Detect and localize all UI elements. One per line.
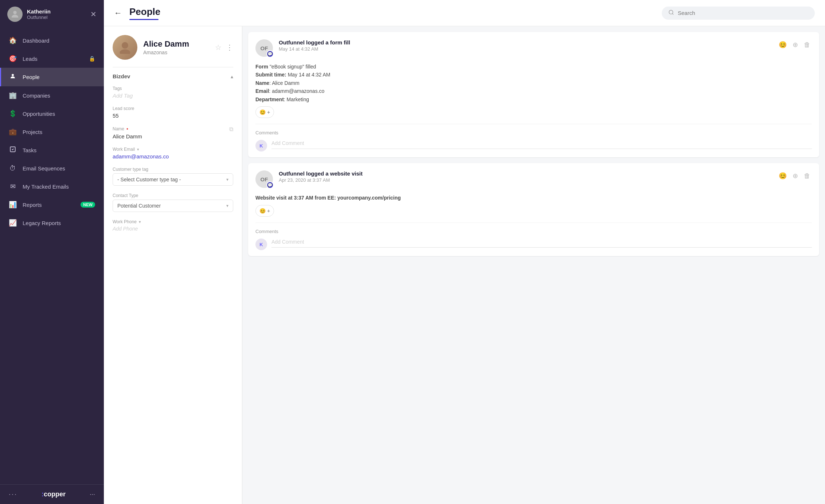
work-email-value[interactable]: adamm@amazonas.co <box>113 153 233 160</box>
sidebar-item-label: Email Sequences <box>23 165 95 172</box>
section-bizdev[interactable]: Bizdev ▴ <box>104 67 242 82</box>
close-icon[interactable]: ✕ <box>90 11 97 18</box>
chevron-down-icon[interactable]: ▾ <box>137 147 139 152</box>
work-email-label: Work Email ▾ <box>113 147 233 152</box>
chevron-down-icon[interactable]: ▾ <box>139 220 141 224</box>
sidebar-item-tasks[interactable]: Tasks <box>0 141 104 160</box>
comments-section-1: Comments K Add Comment <box>248 124 819 157</box>
delete-button[interactable]: 🗑 <box>802 40 812 50</box>
contact-actions: ☆ ⋮ <box>215 43 233 52</box>
contact-type-value: Potential Customer <box>117 203 161 209</box>
main-content: ← People Alice Damm Amazonas <box>104 0 825 504</box>
sidebar-item-legacy-reports[interactable]: 📈 Legacy Reports <box>0 214 104 232</box>
content-area: Alice Damm Amazonas ☆ ⋮ Bizdev ▴ Tags A <box>104 26 825 504</box>
select-arrow-icon: ▾ <box>226 177 228 182</box>
work-phone-field: Work Phone ▾ Add Phone <box>104 216 242 235</box>
name-field-label: Name <box>255 80 269 86</box>
page-title-underline <box>129 19 159 20</box>
activity-title-1: Outfunnel logged a form fill <box>279 39 771 46</box>
delete-button-2[interactable]: 🗑 <box>802 171 812 181</box>
contact-type-select[interactable]: Potential Customer ▾ <box>113 200 233 212</box>
activity-title-2: Outfunnel logged a website visit <box>279 170 771 177</box>
user-info: Katheriin Outfunnel <box>27 8 51 20</box>
sidebar-item-label: Dashboard <box>23 38 95 44</box>
sidebar-item-companies[interactable]: 🏢 Companies <box>0 86 104 105</box>
emoji-reaction-2[interactable]: 😊 + <box>255 205 274 217</box>
add-button[interactable]: ⊕ <box>791 39 799 50</box>
section-title: Bizdev <box>113 73 130 79</box>
sidebar-item-label: Legacy Reports <box>23 220 95 226</box>
sidebar-item-label: Companies <box>23 92 95 99</box>
contact-header: Alice Damm Amazonas ☆ ⋮ <box>104 26 242 67</box>
contact-company: Amazonas <box>143 50 209 55</box>
activity-actions-1: 😊 ⊕ 🗑 <box>777 39 812 50</box>
chevron-up-icon: ▴ <box>231 74 233 79</box>
sidebar-item-label: Reports <box>23 202 75 208</box>
emoji-reaction-1[interactable]: 😊 + <box>255 106 274 118</box>
dollar-icon: 💲 <box>9 110 17 118</box>
lead-score-field: Lead score 55 <box>104 102 242 122</box>
svg-point-1 <box>12 74 14 76</box>
reaction-emoji: 😊 <box>259 108 266 116</box>
add-button-2[interactable]: ⊕ <box>791 170 799 181</box>
work-phone-label: Work Phone ▾ <box>113 219 233 224</box>
copy-icon[interactable]: ⧉ <box>229 126 233 133</box>
contact-avatar <box>113 35 137 60</box>
sidebar-item-opportunities[interactable]: 💲 Opportunities <box>0 105 104 123</box>
lead-score-value: 55 <box>113 113 233 119</box>
briefcase-icon: 💼 <box>9 128 17 136</box>
sidebar-item-label: People <box>23 74 95 80</box>
name-field: Name • Alice Damm ⧉ <box>104 122 242 143</box>
star-icon[interactable]: ☆ <box>215 43 222 52</box>
email-field-label: Email <box>255 88 269 94</box>
sidebar-item-label: Tasks <box>23 147 95 153</box>
emoji-button-2[interactable]: 😊 <box>777 170 788 181</box>
department-value: Marketing <box>287 97 309 102</box>
activity-date-2: Apr 23, 2020 at 3:37 AM <box>279 177 771 183</box>
sidebar-item-label: My Tracked Emails <box>23 184 95 190</box>
svg-point-0 <box>13 11 16 14</box>
department-label: Department <box>255 97 284 102</box>
user-name: Katheriin <box>27 8 51 15</box>
activity-date-1: May 14 at 4:32 AM <box>279 46 771 52</box>
footer-more-dots[interactable]: ··· <box>90 491 95 498</box>
sidebar-item-my-tracked-emails[interactable]: ✉ My Tracked Emails <box>0 177 104 196</box>
lock-icon: 🔒 <box>89 56 95 62</box>
activity-feed: OF 💬 Outfunnel logged a form fill May 14… <box>242 26 825 504</box>
add-comment-placeholder-2: Add Comment <box>271 239 304 245</box>
new-badge: NEW <box>81 202 95 208</box>
comment-input-wrap-2[interactable]: Add Comment <box>271 239 812 248</box>
name-label: Name • <box>113 126 233 132</box>
sidebar-item-email-sequences[interactable]: ⏱ Email Sequences <box>0 160 104 177</box>
emoji-button[interactable]: 😊 <box>777 39 788 50</box>
sidebar-user: Katheriin Outfunnel <box>7 7 51 22</box>
sidebar-item-people[interactable]: People <box>0 68 104 86</box>
sidebar-item-reports[interactable]: 📊 Reports NEW <box>0 196 104 214</box>
activity-header-2: OF 💬 Outfunnel logged a website visit Ap… <box>248 163 819 194</box>
sidebar-item-leads[interactable]: 🎯 Leads 🔒 <box>0 50 104 68</box>
comment-input-wrap-1[interactable]: Add Comment <box>271 140 812 149</box>
customer-type-select[interactable]: - Select Customer type tag - ▾ <box>113 173 233 186</box>
comment-row-1: K Add Comment <box>255 140 812 151</box>
sidebar-item-projects[interactable]: 💼 Projects <box>0 123 104 141</box>
sidebar-item-label: Leads <box>23 56 83 62</box>
more-icon[interactable]: ⋮ <box>226 43 233 52</box>
search-icon <box>668 9 674 17</box>
footer-dots[interactable]: ··· <box>9 491 17 498</box>
sidebar-item-dashboard[interactable]: 🏠 Dashboard <box>0 31 104 50</box>
name-value[interactable]: Alice Damm <box>113 133 233 139</box>
comments-label-2: Comments <box>255 229 812 234</box>
commenter-initial: K <box>259 143 263 149</box>
sidebar-item-label: Projects <box>23 129 95 135</box>
sidebar-footer: ··· :copper ··· <box>0 484 104 504</box>
add-tag-placeholder[interactable]: Add Tag <box>113 92 233 99</box>
search-input[interactable] <box>678 10 808 16</box>
back-button[interactable]: ← <box>114 9 122 17</box>
work-email-field: Work Email ▾ adamm@amazonas.co <box>104 143 242 163</box>
avatar-initials: OF <box>261 45 268 51</box>
svg-point-6 <box>120 49 130 54</box>
search-bar[interactable] <box>662 7 815 20</box>
customer-type-label: Customer type tag <box>113 167 233 172</box>
add-phone-placeholder[interactable]: Add Phone <box>113 226 233 232</box>
submit-time-label: Submit time: <box>255 72 286 78</box>
